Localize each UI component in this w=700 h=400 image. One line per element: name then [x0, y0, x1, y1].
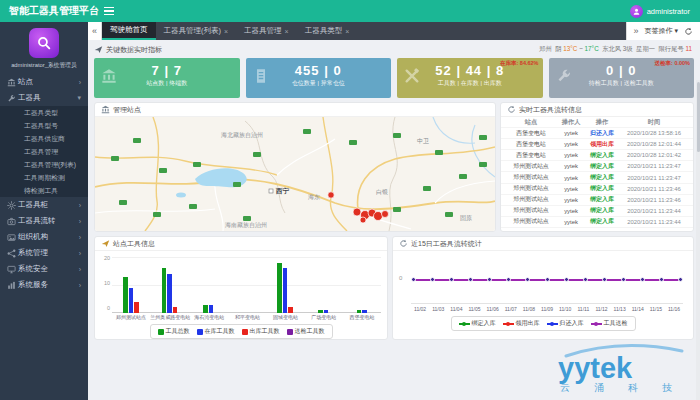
tab-close-icon[interactable]: × [285, 28, 289, 35]
kpi-section-header: 关键数据实时指标 郑州 阴 13°C ~ 17°C 东北风 3级 星期一 限行尾… [94, 44, 692, 55]
tab-dashboard[interactable]: 驾驶舱首页 [102, 22, 156, 40]
line-point[interactable] [640, 277, 645, 282]
logo-subtitle: 云涌科技 [560, 382, 692, 393]
legend-item[interactable]: 归还入库 [547, 319, 584, 328]
sidebar-subitem-4[interactable]: 工器具管理(列表) [0, 158, 88, 171]
bar-group-4[interactable] [266, 257, 304, 313]
kpi-card-label: 工具数 | 在库数 | 出库数 [397, 79, 543, 88]
tab-close-icon[interactable]: × [224, 28, 228, 35]
legend-item[interactable]: 送检工具数 [287, 327, 325, 336]
sidebar-subitem-1[interactable]: 工器具型号 [0, 119, 88, 132]
map-label: 海东 [308, 193, 320, 200]
line-point[interactable] [468, 277, 473, 282]
bar[interactable] [357, 310, 362, 313]
bar[interactable] [209, 305, 214, 313]
line-point[interactable] [506, 277, 511, 282]
sidebar-item-2[interactable]: 工器具柜 › [0, 197, 88, 213]
logo-name: yytek [558, 352, 633, 384]
tabs-expand-button[interactable]: » [634, 26, 639, 36]
kpi-card-2: 在库率: 84.62% 52 | 44 | 8 工具数 | 在库数 | 出库数 [397, 58, 543, 98]
bar[interactable] [362, 310, 367, 313]
bar[interactable] [288, 307, 293, 313]
bar[interactable] [162, 268, 167, 313]
sidebar-subitem-5[interactable]: 工具周期检测 [0, 171, 88, 184]
line-point[interactable] [564, 277, 569, 282]
sidebar-item-7[interactable]: 系统服务 › [0, 277, 88, 293]
legend-item[interactable]: 出库工具数 [242, 327, 280, 336]
map-label: 固原 [460, 214, 472, 222]
legend-item[interactable]: 工具送检 [591, 319, 628, 328]
bar-group-5[interactable] [304, 257, 342, 313]
gear-icon [7, 201, 18, 210]
user-menu[interactable]: administrator [630, 5, 700, 18]
tab-2[interactable]: 工器具类型× [297, 22, 358, 40]
bar[interactable] [324, 310, 329, 313]
bar[interactable] [134, 302, 139, 313]
bar[interactable] [318, 310, 323, 313]
sidebar-avatar[interactable] [29, 28, 59, 58]
bar-group-1[interactable] [150, 257, 188, 313]
scrollbar-thumb[interactable] [697, 82, 700, 152]
line-point[interactable] [430, 277, 435, 282]
menu-toggle-icon[interactable] [104, 5, 114, 17]
legend-item[interactable]: 绑定入库 [459, 319, 496, 328]
sidebar-item-0[interactable]: 站点 › [0, 74, 88, 90]
bar[interactable] [277, 263, 282, 313]
bar[interactable] [283, 268, 288, 313]
line-chart-x-axis: 11/0211/0311/0411/0511/0611/0711/0811/09… [411, 303, 683, 312]
sidebar-item-1[interactable]: 工器具 ▾ [0, 90, 88, 106]
kpi-card-label: 待检工具数 | 送检工具数 [549, 79, 695, 88]
tab-bar-actions: » 页签操作 ▾ [626, 22, 700, 40]
sidebar-subitem-0[interactable]: 工器具类型 [0, 106, 88, 119]
line-point[interactable] [678, 277, 683, 282]
line-point[interactable] [411, 277, 416, 282]
chevron-down-icon: ▾ [77, 94, 81, 102]
line-point[interactable] [659, 277, 664, 282]
tabs-refresh-icon[interactable] [684, 27, 693, 36]
map-panel: 管理站点 [94, 102, 496, 232]
tab-1[interactable]: 工器具管理× [236, 22, 297, 40]
legend-item[interactable]: 工具总数 [158, 327, 190, 336]
line-point[interactable] [583, 277, 588, 282]
bar[interactable] [129, 288, 134, 313]
bar[interactable] [123, 277, 128, 313]
line-point[interactable] [525, 277, 530, 282]
bar-group-2[interactable] [189, 257, 227, 313]
line-point[interactable] [449, 277, 454, 282]
bar-group-0[interactable] [112, 257, 150, 313]
sidebar-item-6[interactable]: 系统安全 › [0, 261, 88, 277]
sidebar-item-4[interactable]: 组织机构 › [0, 229, 88, 245]
operation-badge: 归还入库 [585, 129, 619, 138]
sidebar-subitem-2[interactable]: 工器具供应商 [0, 132, 88, 145]
vertical-scrollbar[interactable] [696, 80, 700, 400]
line-point[interactable] [602, 277, 607, 282]
image-icon [7, 233, 18, 242]
line-chart-title: 近15日工器具流转统计 [411, 239, 482, 249]
bar-group-6[interactable] [343, 257, 381, 313]
line-point[interactable] [545, 277, 550, 282]
chevron-right-icon: › [79, 202, 81, 209]
map-label: 海北藏族自治州 [221, 131, 263, 139]
sites-map[interactable]: 海北藏族自治州中卫西宁海东白银固原海南藏族自治州 [95, 117, 495, 231]
tab-close-icon[interactable]: × [345, 28, 349, 35]
legend-item[interactable]: 领用出库 [503, 319, 540, 328]
bar-chart-y-axis: 20100 [99, 257, 112, 313]
bar-group-3[interactable] [227, 257, 265, 313]
bar[interactable] [173, 307, 178, 313]
sidebar-subitem-3[interactable]: 工器具管理 [0, 145, 88, 158]
kpi-card-1: 455 | 0 仓位数量 | 异常仓位 [246, 58, 392, 98]
sidebar-item-3[interactable]: 工器具流转 › [0, 213, 88, 229]
kpi-section-title: 关键数据实时指标 [106, 45, 162, 55]
line-point[interactable] [621, 277, 626, 282]
sidebar-item-5[interactable]: 系统管理 › [0, 245, 88, 261]
tab-0[interactable]: 工器具管理(列表)× [156, 22, 237, 40]
operation-badge: 绑定入库 [585, 195, 619, 204]
bar[interactable] [203, 305, 208, 313]
tabs-collapse-button[interactable]: « [88, 22, 102, 40]
line-point[interactable] [487, 277, 492, 282]
sidebar-subitem-6[interactable]: 待检测工具 [0, 184, 88, 197]
transfer-table-row-3: 郑州测试站点yytek 绑定入库 2020/10/21 11:23:47 [501, 161, 693, 172]
bar[interactable] [167, 274, 172, 313]
tab-operations-dropdown[interactable]: 页签操作 ▾ [645, 26, 678, 36]
legend-item[interactable]: 在库工具数 [197, 327, 235, 336]
